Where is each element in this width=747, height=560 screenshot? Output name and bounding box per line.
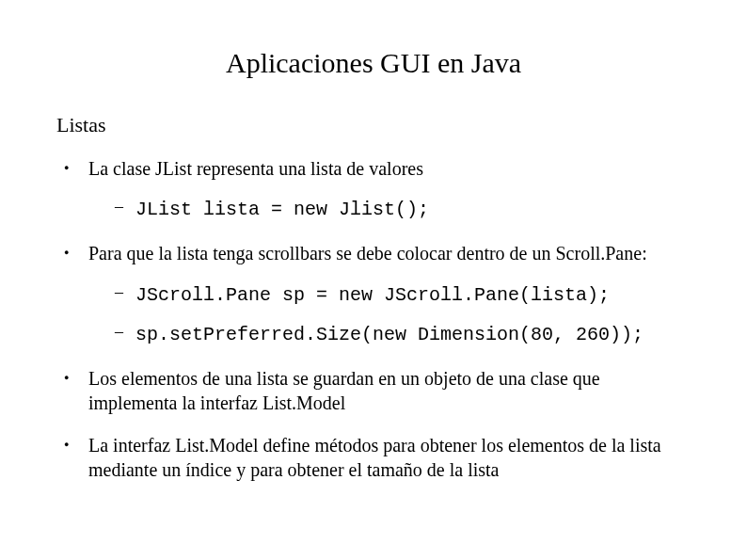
sub-list: JScroll.Pane sp = new JScroll.Pane(lista… — [88, 280, 691, 349]
slide-subtitle: Listas — [56, 113, 691, 137]
sub-list-item: JScroll.Pane sp = new JScroll.Pane(lista… — [115, 280, 691, 310]
code-text: sp.setPreferred.Size(new Dimension(80, 2… — [135, 324, 644, 345]
sub-list-item: sp.setPreferred.Size(new Dimension(80, 2… — [115, 319, 691, 349]
list-item: La clase JList representa una lista de v… — [64, 156, 691, 224]
sub-list: JList lista = new Jlist(); — [88, 194, 691, 224]
list-item: Los elementos de una lista se guardan en… — [64, 366, 691, 416]
list-item: Para que la lista tenga scrollbars se de… — [64, 241, 691, 348]
code-text: JList lista = new Jlist(); — [135, 199, 429, 220]
slide-title: Aplicaciones GUI en Java — [56, 47, 691, 79]
bullet-text: Los elementos de una lista se guardan en… — [88, 368, 600, 413]
code-text: JScroll.Pane sp = new JScroll.Pane(lista… — [135, 284, 610, 306]
bullet-text: Para que la lista tenga scrollbars se de… — [88, 243, 647, 264]
sub-list-item: JList lista = new Jlist(); — [115, 194, 691, 224]
bullet-text: La interfaz List.Model define métodos pa… — [88, 435, 661, 480]
list-item: La interfaz List.Model define métodos pa… — [64, 433, 691, 483]
bullet-list: La clase JList representa una lista de v… — [56, 156, 691, 482]
bullet-text: La clase JList representa una lista de v… — [88, 158, 423, 179]
